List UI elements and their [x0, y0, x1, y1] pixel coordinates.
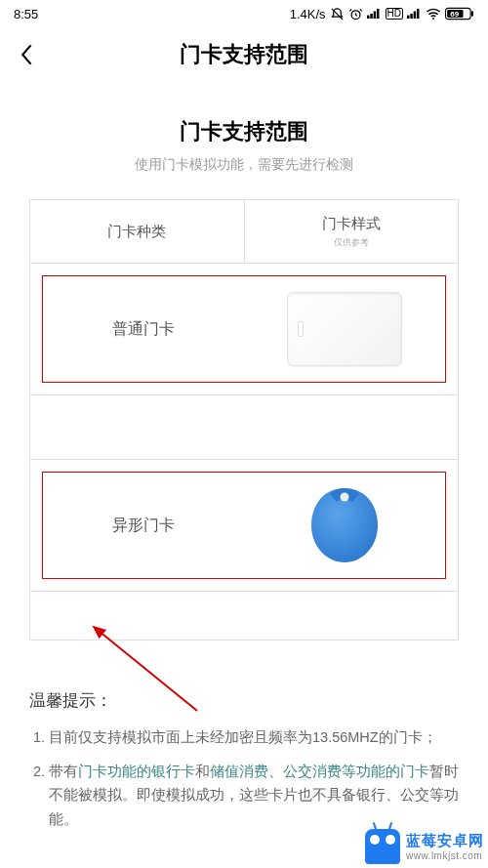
table-spacer [30, 394, 458, 459]
page-title: 门卡支持范围 [29, 117, 459, 146]
table-row: 异形门卡 [30, 459, 458, 591]
svg-rect-5 [377, 9, 380, 19]
list-item: 带有门卡功能的银行卡和储值消费、公交消费等功能的门卡暂时不能被模拟。即使模拟成功… [49, 760, 459, 832]
tips-list: 目前仅支持模拟市面上未经加密且频率为13.56MHZ的门卡； 带有门卡功能的银行… [29, 725, 459, 832]
header-style: 门卡样式 仅供参考 [245, 200, 459, 263]
watermark-url: www.lmkjst.com [406, 850, 484, 861]
status-time: 8:55 [14, 7, 38, 21]
chevron-left-icon [20, 43, 35, 66]
header-type-label: 门卡种类 [107, 223, 166, 241]
tip-highlight: 储值消费、公交消费等功能的门卡 [210, 764, 429, 779]
svg-rect-2 [367, 16, 370, 19]
svg-rect-3 [370, 14, 373, 19]
table-header: 门卡种类 门卡样式 仅供参考 [30, 200, 458, 263]
status-bar: 8:55 1.4K/s HD 69 [0, 0, 488, 27]
highlight-box: 异形门卡 [42, 472, 446, 579]
row-visual [244, 276, 445, 382]
nav-bar: 门卡支持范围 [0, 27, 488, 82]
header-type: 门卡种类 [30, 200, 245, 263]
row-label: 异形门卡 [43, 473, 244, 578]
alarm-icon [348, 7, 363, 21]
page-subtitle: 使用门卡模拟功能，需要先进行检测 [29, 156, 459, 174]
tips-title: 温馨提示： [29, 689, 459, 712]
table-spacer [30, 591, 458, 640]
tips-section: 温馨提示： 目前仅支持模拟市面上未经加密且频率为13.56MHZ的门卡； 带有门… [0, 689, 488, 832]
list-item: 目前仅支持模拟市面上未经加密且频率为13.56MHZ的门卡； [49, 725, 459, 750]
svg-rect-7 [410, 14, 413, 19]
content-area: 门卡支持范围 使用门卡模拟功能，需要先进行检测 门卡种类 门卡样式 仅供参考 普… [0, 117, 488, 641]
signal2-icon [407, 8, 422, 20]
watermark-name: 蓝莓安卓网 [406, 832, 484, 850]
row-label: 普通门卡 [43, 276, 244, 382]
watermark-text: 蓝莓安卓网 www.lmkjst.com [406, 832, 484, 861]
svg-text:69: 69 [450, 10, 459, 19]
highlight-box: 普通门卡 [42, 275, 446, 383]
tip-text: 和 [195, 764, 210, 779]
svg-rect-6 [407, 16, 410, 19]
watermark: 蓝莓安卓网 www.lmkjst.com [365, 829, 484, 864]
network-speed: 1.4K/s [290, 7, 326, 21]
tip-highlight: 门卡功能的银行卡 [78, 764, 195, 779]
status-right: 1.4K/s HD 69 [290, 7, 474, 21]
svg-point-10 [432, 18, 434, 20]
tip-text: 带有 [49, 764, 78, 779]
signal-icon [367, 8, 382, 20]
card-table: 门卡种类 门卡样式 仅供参考 普通门卡 异形门卡 [29, 199, 459, 641]
svg-rect-4 [373, 12, 376, 20]
white-card-icon [287, 292, 402, 366]
nav-title: 门卡支持范围 [180, 40, 308, 69]
row-visual [244, 473, 445, 578]
watermark-icon [365, 829, 400, 864]
tip-text: 目前仅支持模拟市面上未经加密且频率为13.56MHZ的门卡； [49, 729, 437, 745]
wifi-icon [426, 8, 441, 20]
svg-rect-9 [417, 9, 420, 19]
table-row: 普通门卡 [30, 263, 458, 394]
back-button[interactable] [12, 39, 43, 70]
battery-icon: 69 [445, 7, 474, 21]
dnd-icon [330, 7, 345, 21]
svg-rect-12 [471, 11, 473, 16]
blue-keytag-icon [305, 482, 384, 568]
header-style-label: 门卡样式 [322, 215, 381, 233]
svg-point-15 [341, 493, 349, 502]
svg-rect-8 [414, 12, 417, 20]
hd-icon: HD [386, 8, 403, 20]
header-style-sub: 仅供参考 [334, 236, 369, 249]
